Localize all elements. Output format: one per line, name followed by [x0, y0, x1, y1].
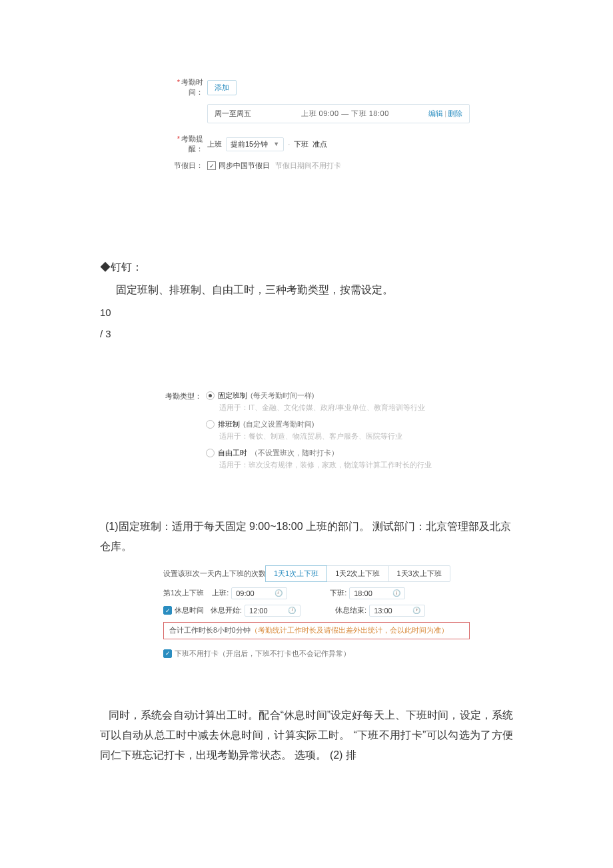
- tab-3-per-day[interactable]: 1天3次上下班: [388, 565, 450, 582]
- attendance-time-row: 考勤时间： 添加: [163, 77, 470, 97]
- shift-freq-label: 设置该班次一天内上下班的次数: [163, 569, 266, 579]
- reminder-off-prefix: 下班: [294, 139, 308, 149]
- reminder-on-prefix: 上班: [207, 139, 222, 149]
- radio-option-fixed[interactable]: 固定班制 (每天考勤时间一样) 适用于：IT、金融、文化传媒、政府/事业单位、教…: [206, 391, 483, 413]
- clock-icon: 🕘: [275, 589, 283, 597]
- option-title: 固定班制: [218, 391, 247, 401]
- attendance-type-label: 考勤类型：: [163, 391, 206, 401]
- reminder-row: 考勤提醒： 上班 提前15分钟 ▼ · 下班 准点: [163, 134, 470, 154]
- holiday-hint: 节假日期间不用打卡: [275, 161, 341, 171]
- separator: |: [443, 109, 448, 117]
- on-time-input[interactable]: 09:00 🕘: [231, 587, 287, 599]
- summary-orange: （考勤统计工作时长及请假出差外出统计，会以此时间为准）: [251, 626, 448, 634]
- option-hint: 适用于：班次没有规律，装修，家政，物流等计算工作时长的行业: [206, 461, 483, 470]
- tab-1-per-day[interactable]: 1天1次上下班: [265, 565, 327, 582]
- dingtalk-heading: ◆钉钉：: [100, 257, 513, 277]
- schedule-days: 周一至周五: [215, 109, 301, 119]
- clock-icon: 🕛: [288, 607, 296, 614]
- schedule-item: 周一至周五 上班 09:00 — 下班 18:00 编辑|删除: [207, 104, 470, 123]
- clock-icon: 🕐: [412, 607, 420, 614]
- shift-config-panel: 设置该班次一天内上下班的次数 1天1次上下班 1天2次上下班 1天3次上下班 第…: [163, 565, 470, 659]
- on-time-value: 09:00: [236, 589, 255, 597]
- no-clock-checkbox[interactable]: ✓: [163, 649, 172, 658]
- tab-2-per-day[interactable]: 1天2次上下班: [326, 565, 388, 582]
- rest-start-value: 12:00: [249, 607, 268, 615]
- option-hint: 适用于：IT、金融、文化传媒、政府/事业单位、教育培训等行业: [206, 403, 483, 413]
- rest-check-label: 休息时间: [175, 605, 204, 615]
- radio-icon: [206, 449, 215, 457]
- chevron-down-icon: ▼: [273, 141, 279, 147]
- shift-freq-row: 设置该班次一天内上下班的次数 1天1次上下班 1天2次上下班 1天3次上下班: [163, 565, 470, 582]
- rest-start-input[interactable]: 12:00 🕛: [245, 605, 301, 617]
- body-section-2: (1)固定班制：适用于每天固定 9:00~18:00 上班的部门。 测试部门：北…: [100, 517, 513, 557]
- option-paren: (自定义设置考勤时间): [243, 419, 314, 429]
- auto-calc-desc: 同时，系统会自动计算出工时。配合“休息时间”设定好每天上、下班时间，设定，系统可…: [100, 705, 513, 766]
- no-clock-row: ✓ 下班不用打卡（开启后，下班不打卡也不会记作异常）: [163, 649, 470, 659]
- option-paren: (每天考勤时间一样): [251, 391, 314, 401]
- option-paren: （不设置班次，随时打卡）: [251, 448, 338, 458]
- rest-end-value: 13:00: [374, 607, 392, 615]
- option-hint: 适用于：餐饮、制造、物流贸易、客户服务、医院等行业: [206, 432, 483, 441]
- first-shift-label: 第1次上下班: [163, 588, 204, 598]
- no-clock-label: 下班不用打卡（开启后，下班不打卡也不会记作异常）: [175, 649, 350, 659]
- body-section-1: ◆钉钉： 固定班制、排班制、自由工时，三种考勤类型，按需设定。 10 / 3: [100, 257, 513, 344]
- add-button[interactable]: 添加: [207, 80, 237, 95]
- attendance-time-panel: 考勤时间： 添加 周一至周五 上班 09:00 — 下班 18:00 编辑|删除…: [163, 77, 470, 171]
- off-time-value: 18:00: [354, 589, 372, 597]
- attendance-time-label: 考勤时间：: [163, 77, 207, 97]
- page-counter-bottom: / 3: [100, 325, 513, 344]
- radio-option-schedule[interactable]: 排班制 (自定义设置考勤时间) 适用于：餐饮、制造、物流贸易、客户服务、医院等行…: [206, 419, 483, 441]
- radio-option-free[interactable]: 自由工时 （不设置班次，随时打卡） 适用于：班次没有规律，装修，家政，物流等计算…: [206, 448, 483, 470]
- rest-checkbox[interactable]: ✓: [163, 606, 172, 615]
- holiday-label: 节假日：: [163, 161, 207, 171]
- body-line-1: 固定班制、排班制、自由工时，三种考勤类型，按需设定。: [100, 280, 513, 300]
- holiday-checkbox[interactable]: ✓: [207, 161, 216, 170]
- holiday-checkbox-label: 同步中国节假日: [219, 161, 270, 171]
- rest-start-label: 休息开始:: [211, 605, 242, 615]
- rest-end-label: 休息结束:: [335, 605, 366, 615]
- rest-row: ✓ 休息时间 休息开始: 12:00 🕛 休息结束: 13:00 🕐: [163, 605, 470, 617]
- reminder-off-value: 准点: [312, 139, 327, 149]
- schedule-times: 上班 09:00 — 下班 18:00: [301, 109, 428, 119]
- option-title: 排班制: [218, 419, 240, 429]
- rest-end-input[interactable]: 13:00 🕐: [369, 605, 425, 617]
- body-section-3: 同时，系统会自动计算出工时。配合“休息时间”设定好每天上、下班时间，设定，系统可…: [100, 705, 513, 766]
- reminder-before-value: 提前15分钟: [231, 139, 268, 149]
- summary-black: 合计工作时长8小时0分钟: [169, 626, 251, 634]
- work-duration-summary: 合计工作时长8小时0分钟（考勤统计工作时长及请假出差外出统计，会以此时间为准）: [163, 622, 470, 639]
- clock-icon: 🕕: [392, 589, 400, 597]
- radio-icon: [206, 420, 215, 429]
- edit-link[interactable]: 编辑: [428, 109, 443, 117]
- off-time-input[interactable]: 18:00 🕕: [349, 587, 405, 599]
- reminder-before-select[interactable]: 提前15分钟 ▼: [226, 137, 284, 151]
- radio-icon: [206, 391, 215, 400]
- off-label: 下班:: [330, 588, 346, 598]
- fixed-desc: (1)固定班制：适用于每天固定 9:00~18:00 上班的部门。 测试部门：北…: [100, 517, 513, 557]
- reminder-label: 考勤提醒：: [163, 134, 207, 154]
- option-title: 自由工时: [218, 448, 247, 458]
- delete-link[interactable]: 删除: [448, 109, 462, 117]
- holiday-row: 节假日： ✓ 同步中国节假日 节假日期间不用打卡: [163, 161, 470, 171]
- on-label: 上班:: [212, 588, 229, 598]
- dash: ·: [288, 140, 290, 148]
- attendance-type-panel: 考勤类型： 固定班制 (每天考勤时间一样) 适用于：IT、金融、文化传媒、政府/…: [163, 391, 483, 477]
- page-counter-top: 10: [100, 303, 513, 323]
- first-shift-row: 第1次上下班 上班: 09:00 🕘 下班: 18:00 🕕: [163, 587, 470, 599]
